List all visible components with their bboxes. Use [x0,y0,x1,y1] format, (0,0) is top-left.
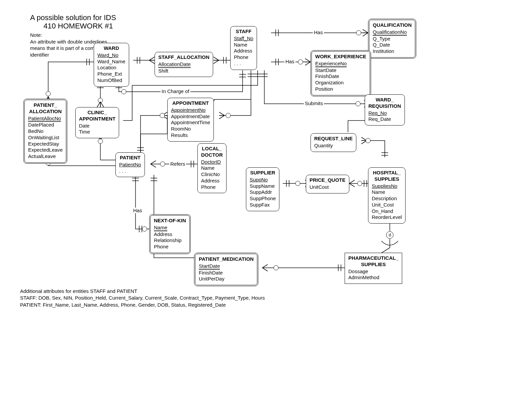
subtype-d-icon: d [386,231,393,239]
entity-name: REQUEST_LINE [314,136,353,142]
entity-name: PATIENT_MEDICATION [199,256,254,262]
attr: Name [201,165,223,171]
entity-name: NEXT-OF-KIN [154,218,186,224]
attr: AdminMethod [348,274,398,281]
attr: Position [315,86,366,92]
attr: NumOfBed [97,77,125,84]
attr: SuppliesNo [372,183,402,189]
attr: Phone_Ext [97,71,125,77]
entity-next-of-kin: NEXT-OF-KIN Name Address Relationship Ph… [149,214,191,254]
attr: Location [97,65,125,71]
entity-name: APPOINTMENT [171,100,210,106]
attr: StartDate [315,67,366,74]
attr: RoomNo [171,126,210,132]
attr: Quantity [314,143,353,149]
attr: BedNo [28,128,63,135]
attr: Unit_Cost [372,202,402,208]
rel-label-refers: Refers [169,161,186,167]
entity-local-doctor: LOCAL_ DOCTOR DoctorID Name ClinicNo Add… [197,143,227,193]
entity-name: PATIENT_ ALLOCATION [28,102,63,115]
attr: SuppName [250,183,276,189]
attr: AllocationDate [158,61,209,68]
attr: SuppAddr [250,189,276,195]
entity-price-quote: PRICE_QUOTE UnitCost [306,175,349,193]
entity-name: QUALIFICATION [373,22,412,28]
entity-name: PRICE_QUOTE [309,177,346,183]
attr: Shift [158,68,209,74]
page-title-1: A possible solution for IDS [30,13,116,22]
entity-name: WARD_ REQUISITION [368,97,401,109]
entity-name: STAFF_ALLOCATION [158,54,209,61]
attr: PatientAllocNo [28,115,63,122]
entity-ward-requisition: WARD_ REQUISITION Req_No Req_Date [365,94,405,126]
entity-appointment: APPOINTMENT AppointmentNo AppointmentDat… [167,98,214,142]
attr: DoctorID [201,159,223,165]
attr: Results [171,132,210,139]
attr: Organization [315,80,366,86]
attr: Time [79,129,115,135]
attr: OnWaitingList [28,135,63,141]
attr: Address [201,178,223,184]
entity-name: STAFF [234,28,253,35]
entity-supplier: SUPPLIER SuppNo SuppName SuppAddr SuppPh… [246,167,279,211]
entity-work-experience: WORK_EXPERIENCE ExperienceNo StartDate F… [311,50,371,96]
footer-line: PATIENT: First_Name, Last_Name, Address,… [20,302,265,308]
attr: ExperienceNo [315,61,366,67]
entity-name: CLINIC_ APPOINTMENT [79,109,115,122]
footer-line: STAFF: DOB, Sex, NIN, Position_Held, Cur… [20,295,265,301]
attr: AppointmentNo [171,107,210,113]
entity-qualification: QUALIFICATION QualificationNo Q_Type Q_D… [368,19,416,59]
attr: . . . [234,61,253,67]
attr: Phone [201,184,223,190]
rel-label-has: Has [313,29,324,35]
entity-name: WORK_EXPERIENCE [315,54,366,60]
attr: Ward_No [97,52,125,59]
attr: Req_Date [368,116,401,123]
attr: Address [234,48,253,54]
entity-patient: PATIENT PatientNo . . . [115,152,145,177]
entity-clinic-appointment: CLINIC_ APPOINTMENT Date Time [75,107,119,138]
rel-label-incharge: In Charge of [161,88,190,94]
entity-pharmaceutical-supplies: PHARMACEUTICAL_ SUPPLIES Dossage AdminMe… [345,253,402,284]
entity-request-line: REQUEST_LINE Quantity [311,133,356,152]
attr: Name [234,42,253,48]
attr: ActualLeave [28,153,63,160]
attr: Staff_No [234,35,253,42]
entity-name: LOCAL_ DOCTOR [201,146,223,158]
attr: ExpectedStay [28,141,63,147]
rel-label-submits: Submits [304,100,324,106]
attr: Q_Date [373,42,412,48]
attr: SuppPhone [250,195,276,202]
rel-label-has: Has [132,208,143,213]
attr: UnitPerDay [199,276,254,282]
attr: SuppNo [250,177,276,183]
attr: ExpectedLeave [28,147,63,153]
entity-name: WARD [97,45,125,52]
attr: StartDate [199,263,254,270]
entity-patient-medication: PATIENT_MEDICATION StartDate FinishDate … [194,253,258,286]
attr: PatientNo [119,162,141,168]
attr: DatePlaced [28,122,63,128]
entity-staff: STAFF Staff_No Name Address Phone . . . [230,26,257,70]
attr: Address [154,231,186,238]
footer-notes: Additional attributes for entities STAFF… [20,288,265,308]
entity-ward: WARD Ward_No Ward_Name Location Phone_Ex… [94,43,129,87]
attr: QualificationNo [373,29,412,36]
attr: Req_No [368,110,401,116]
attr: Phone [234,54,253,61]
entity-hospital-supplies: HOSPITAL_ SUPPLIES SuppliesNo Name Descr… [368,167,406,224]
attr: On_Hand [372,208,402,215]
attr: Relationship [154,237,186,244]
entity-patient-allocation: PATIENT_ ALLOCATION PatientAllocNo DateP… [23,99,67,164]
attr: Date [79,123,115,129]
attr: Phone [154,244,186,250]
attr: AppointmentTime [171,120,210,126]
attr: Ward_Name [97,59,125,65]
entity-name: HOSPITAL_ SUPPLIES [372,170,402,182]
attr: FinishDate [199,270,254,276]
attr: Description [372,195,402,202]
page-title-2: 410 HOMEWORK #1 [43,22,113,30]
attr: UnitCost [309,184,346,190]
entity-staff-allocation: STAFF_ALLOCATION AllocationDate Shift [155,52,213,77]
attr: SuppFax [250,202,276,208]
